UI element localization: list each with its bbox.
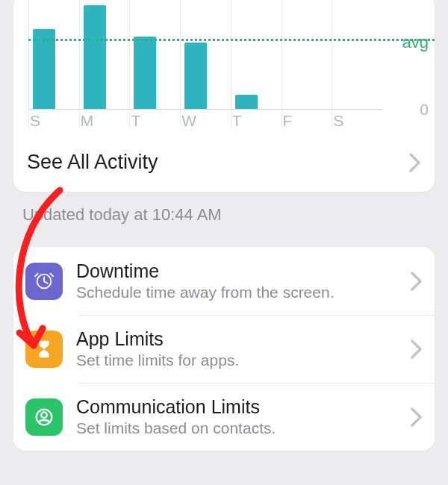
row-app-limits[interactable]: App Limits Set time limits for apps. — [13, 315, 435, 383]
row-communication-limits[interactable]: Communication Limits Set limits based on… — [13, 383, 435, 451]
chart-avg-line — [28, 39, 435, 41]
row-text: Communication Limits Set limits based on… — [76, 396, 397, 437]
chart-x-label: M — [81, 112, 94, 130]
last-updated-label: Updated today at 10:44 AM — [0, 192, 448, 247]
contact-icon — [25, 398, 63, 436]
row-subtitle: Schedule time away from the screen. — [76, 284, 397, 301]
row-title: Downtime — [76, 260, 397, 282]
chart-gridline — [281, 0, 282, 128]
row-title: Communication Limits — [76, 396, 397, 418]
row-title: App Limits — [76, 328, 397, 350]
chart-gridline — [231, 0, 231, 128]
chart-avg-label: avg — [402, 33, 429, 52]
chart-bar — [33, 29, 55, 109]
chevron-right-icon — [411, 340, 423, 359]
downtime-icon — [25, 263, 63, 300]
chart-gridline — [129, 0, 130, 128]
chart-x-label: T — [232, 112, 242, 130]
activity-card: SMTWTFS 08havg See All Activity — [13, 0, 435, 192]
chart-x-label: S — [333, 112, 343, 130]
row-subtitle: Set time limits for apps. — [76, 351, 397, 369]
chart-bar — [235, 95, 258, 109]
see-all-activity-row[interactable]: See All Activity — [13, 136, 435, 192]
svg-point-2 — [41, 412, 47, 418]
chevron-right-icon — [409, 153, 421, 172]
chart-x-label: F — [283, 112, 293, 130]
chart-gridline — [180, 0, 181, 128]
row-text: Downtime Schedule time away from the scr… — [76, 260, 397, 301]
chart-gridline — [28, 0, 29, 128]
chart-x-label: S — [30, 112, 40, 130]
chevron-right-icon — [411, 272, 423, 291]
chart-y-label: 8h — [411, 0, 429, 3]
chart-gridline — [332, 0, 332, 128]
row-subtitle: Set limits based on contacts. — [76, 419, 397, 437]
chart-gridline — [79, 0, 80, 128]
chart-plot: SMTWTFS — [28, 0, 382, 110]
see-all-label: See All Activity — [27, 151, 158, 174]
chart-bar — [134, 37, 156, 109]
chart-y-label: 0 — [420, 101, 429, 119]
weekly-usage-chart: SMTWTFS 08havg — [13, 0, 435, 136]
row-downtime[interactable]: Downtime Schedule time away from the scr… — [13, 247, 435, 315]
hourglass-icon — [25, 331, 63, 368]
chart-bar — [84, 5, 106, 110]
chart-x-label: T — [131, 112, 140, 130]
row-text: App Limits Set time limits for apps. — [76, 328, 397, 369]
chart-bar — [184, 43, 207, 109]
chevron-right-icon — [411, 407, 423, 427]
chart-x-label: W — [181, 112, 196, 130]
screentime-settings-list: Downtime Schedule time away from the scr… — [13, 247, 435, 451]
